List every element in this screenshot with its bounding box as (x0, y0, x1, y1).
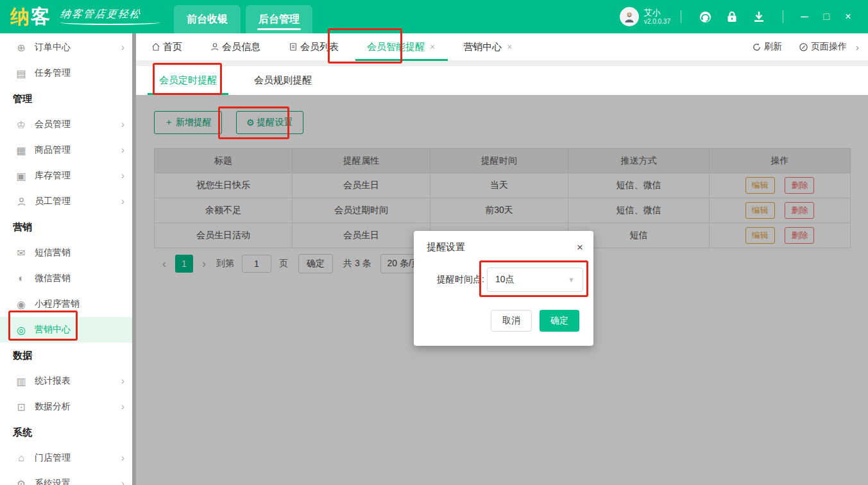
page-tab-member-info[interactable]: 会员信息 (208, 33, 263, 61)
refresh-icon (752, 42, 762, 52)
sidebar-item-goods-mgmt[interactable]: ▦ 商品管理 › (0, 137, 136, 163)
titlebar: 纳客 纳客管店更轻松 前台收银 后台管理 艾小 v2.0.0.37 (0, 0, 868, 33)
minimize-button[interactable]: ─ (794, 11, 815, 22)
logo-first-char: 纳 (10, 6, 31, 27)
cancel-button[interactable]: 取消 (491, 310, 532, 332)
chevron-right-icon: › (121, 452, 124, 464)
sidebar-item-label: 数据分析 (35, 401, 71, 413)
reminder-time-value: 10点 (495, 274, 515, 285)
download-icon[interactable] (752, 10, 766, 24)
page-operations-button[interactable]: 页面操作 (799, 41, 847, 53)
sub-tabbar: 会员定时提醒 会员规则提醒 (136, 66, 868, 95)
sidebar-item-label: 营销中心 (35, 324, 71, 336)
page-operations-icon (799, 42, 808, 52)
chevron-right-icon: › (121, 170, 124, 182)
sidebar-section-management: 管理 (0, 86, 136, 112)
subtab-timed-reminder[interactable]: 会员定时提醒 (154, 66, 222, 95)
modal-body: 提醒时间点: 10点 ▼ (414, 253, 593, 292)
sidebar-item-order-center[interactable]: ⊕ 订单中心 › (0, 35, 136, 60)
logo-rest-char: 客 (31, 6, 51, 27)
gear-icon: ⚙ (15, 478, 27, 485)
chevron-right-icon: › (121, 119, 124, 130)
app-window: 纳客 纳客管店更轻松 前台收银 后台管理 艾小 v2.0.0.37 (0, 0, 868, 485)
globe-icon: ⊕ (15, 42, 27, 54)
sidebar-section-system: 系统 (0, 420, 136, 445)
tabbar-more-arrow[interactable]: › (856, 42, 859, 53)
chevron-right-icon: › (121, 375, 124, 387)
sidebar-item-member-mgmt[interactable]: ♔ 会员管理 › (0, 112, 136, 137)
sidebar-item-label: 商品管理 (35, 144, 71, 156)
subtab-rule-reminder[interactable]: 会员规则提醒 (249, 66, 317, 95)
reminder-time-select[interactable]: 10点 ▼ (487, 268, 583, 292)
crown-icon: ♔ (15, 119, 27, 131)
sidebar-section-marketing: 营销 (0, 214, 136, 240)
page-tab-label: 会员列表 (300, 41, 339, 53)
modal-close-icon[interactable]: × (577, 242, 583, 253)
monitor-icon: ⊡ (15, 401, 27, 413)
page-tab-label: 营销中心 (463, 41, 502, 53)
sidebar-item-inventory-mgmt[interactable]: ▣ 库存管理 › (0, 163, 136, 189)
close-button[interactable]: × (837, 11, 859, 22)
sidebar-item-marketing-center[interactable]: ◎ 营销中心 (0, 317, 136, 343)
page-tab-member-smart-reminder[interactable]: 会员智能提醒 × (364, 33, 438, 61)
sidebar-item-sms-marketing[interactable]: ✉ 短信营销 (0, 240, 136, 266)
page-gap (136, 61, 868, 66)
mode-switcher: 前台收银 后台管理 (174, 0, 318, 33)
page-tab-label: 会员信息 (222, 41, 260, 53)
maximize-button[interactable]: □ (815, 11, 837, 22)
tabbar-actions: 刷新 页面操作 › (735, 41, 859, 53)
support-headset-icon[interactable] (698, 10, 712, 24)
modal-footer: 取消 确定 (491, 310, 579, 332)
sidebar-item-label: 系统设置 (35, 478, 71, 485)
sidebar-item-data-analysis[interactable]: ⊡ 数据分析 › (0, 394, 136, 420)
page-operations-label: 页面操作 (811, 41, 847, 53)
tab-front-cashier[interactable]: 前台收银 (174, 5, 241, 33)
titlebar-right: 艾小 v2.0.0.37 ─ □ × (620, 7, 859, 26)
user-name: 艾小 (644, 8, 670, 18)
sidebar-item-label: 小程序营销 (35, 298, 80, 310)
sidebar-item-statistics-report[interactable]: ▥ 统计报表 › (0, 368, 136, 394)
logo-text: 纳客 (10, 7, 51, 26)
page-tab-marketing-center[interactable]: 营销中心 × (461, 33, 515, 61)
sidebar-item-system-settings[interactable]: ⚙ 系统设置 › (0, 471, 136, 485)
sidebar-item-wechat-marketing[interactable]: ◐ 微信营销 (0, 266, 136, 291)
dropdown-arrow-icon: ▼ (568, 276, 575, 284)
lock-icon[interactable] (725, 10, 739, 24)
sidebar-item-label: 统计报表 (35, 375, 71, 387)
chevron-right-icon: › (121, 401, 124, 413)
sidebar-item-label: 员工管理 (35, 196, 71, 207)
chevron-right-icon: › (121, 478, 124, 485)
page-tab-home[interactable]: 首页 (149, 33, 185, 61)
reminder-settings-modal: 提醒设置 × 提醒时间点: 10点 ▼ 取消 确定 (414, 231, 593, 346)
window-controls: ─ □ × (794, 11, 859, 22)
page-tab-label: 首页 (163, 41, 182, 53)
sidebar-item-miniprogram-marketing[interactable]: ◉ 小程序营销 (0, 291, 136, 317)
modal-title: 提醒设置 (427, 241, 465, 253)
miniprogram-icon: ◉ (15, 298, 27, 311)
home-icon (151, 42, 160, 51)
tab-backoffice[interactable]: 后台管理 (246, 5, 312, 33)
store-icon: ⌂ (15, 452, 27, 464)
refresh-button[interactable]: 刷新 (752, 41, 782, 53)
close-tab-icon[interactable]: × (430, 42, 435, 52)
bar-chart-icon: ▥ (15, 375, 27, 387)
sidebar-item-label: 库存管理 (35, 170, 71, 182)
sidebar-item-label: 订单中心 (35, 42, 71, 53)
sidebar-item-label: 会员管理 (35, 119, 71, 130)
person-icon (210, 42, 219, 51)
avatar[interactable] (620, 7, 639, 26)
close-tab-icon[interactable]: × (507, 42, 512, 52)
user-meta: 艾小 v2.0.0.37 (644, 8, 670, 25)
sidebar-item-label: 微信营销 (35, 273, 71, 284)
staff-icon (15, 197, 27, 207)
sidebar-item-task-mgmt[interactable]: ▤ 任务管理 (0, 60, 136, 86)
tagline-text: 纳客管店更轻松 (60, 8, 142, 21)
brand-tagline: 纳客管店更轻松 (60, 8, 160, 25)
confirm-button[interactable]: 确定 (540, 310, 579, 332)
page-tab-member-list[interactable]: 会员列表 (286, 33, 341, 61)
chevron-right-icon: › (121, 144, 124, 156)
sidebar-item-label: 门店管理 (35, 452, 71, 464)
sidebar-item-label: 任务管理 (35, 67, 71, 79)
sidebar-item-store-mgmt[interactable]: ⌂ 门店管理 › (0, 445, 136, 471)
sidebar-item-staff-mgmt[interactable]: 员工管理 › (0, 189, 136, 214)
